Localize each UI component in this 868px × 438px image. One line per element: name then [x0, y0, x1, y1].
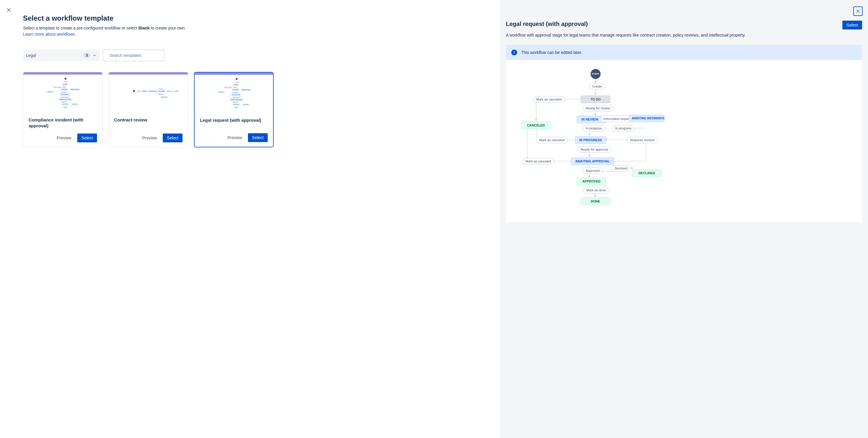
template-card-compliance: Create TO DO Mark canceled Ready AWAITIN… [23, 72, 102, 148]
select-button[interactable]: Select [163, 133, 183, 143]
flow-state-canceled: CANCELED [521, 121, 551, 129]
preview-button[interactable]: Preview [54, 133, 74, 143]
close-icon [6, 7, 11, 13]
flow-transition-mark-done: Mark as done [583, 187, 610, 193]
flow-start: START [591, 69, 600, 79]
template-card-contract: Create TO DO IN PROGRESS Revision IN REV… [108, 72, 188, 148]
info-banner: i This workflow can be edited later. [506, 45, 862, 60]
select-button[interactable]: Select [77, 133, 97, 143]
template-card-legal-request: Create TO DO Mark canceled Ready AWAITIN… [194, 72, 274, 148]
left-panel: Select a workflow template Select a temp… [0, 0, 500, 438]
flow-transition-mark-canceled-3: Mark as canceled [522, 158, 554, 164]
flow-transition-ready-approval: Ready for approval [577, 146, 611, 153]
flow-state-todo: TO DO [581, 95, 610, 103]
card-preview: Create TO DO IN PROGRESS Revision IN REV… [109, 74, 188, 113]
page-title: Select a workflow template [23, 14, 477, 22]
detail-description: A workflow with approval stage for legal… [506, 32, 834, 38]
detail-header: Legal request (with approval) Select [506, 21, 862, 29]
select-button[interactable]: Select [248, 133, 268, 142]
card-accent [23, 72, 102, 74]
detail-title: Legal request (with approval) [506, 21, 588, 27]
flow-transition-in-progress-1: In progress [583, 125, 605, 131]
flow-state-declined: DECLINED [632, 169, 662, 177]
filter-count: 3 [84, 53, 90, 58]
flow-transition-create: Create [589, 83, 605, 90]
right-panel: Legal request (with approval) Select A w… [500, 0, 868, 438]
filter-label: Legal [26, 53, 36, 58]
flow-state-in-progress: IN PROGRESS [575, 136, 606, 144]
card-title: Legal request (with approval) [200, 117, 268, 123]
flow-transition-mark-canceled-2: Mark as canceled [536, 137, 568, 143]
close-button[interactable] [4, 5, 13, 15]
filter-controls: Legal 3 [23, 50, 477, 61]
flow-state-done: DONE [581, 197, 610, 205]
preview-button[interactable]: Preview [139, 133, 160, 143]
search-box[interactable] [102, 50, 164, 61]
card-accent [109, 72, 188, 74]
page-subtitle: Select a template to create a pre-config… [23, 25, 477, 31]
flow-transition-mark-canceled-1: Mark as canceled [533, 96, 565, 102]
close-detail-button[interactable] [853, 6, 863, 16]
chevron-down-icon [93, 53, 97, 58]
card-title: Compliance incident (with approval) [29, 117, 97, 129]
flow-transition-ready-review: Ready for review [583, 105, 614, 112]
card-preview: Create TO DO Mark canceled Ready AWAITIN… [195, 75, 273, 113]
info-text: This workflow can be edited later. [521, 50, 582, 55]
learn-more-link[interactable]: Learn more about workflows [23, 32, 75, 36]
workflow-diagram: START Create TO DO Mark as canceled Read… [512, 69, 856, 213]
close-icon [856, 9, 860, 13]
detail-card: i This workflow can be edited later. STA… [506, 45, 862, 222]
category-filter[interactable]: Legal 3 [23, 50, 100, 61]
flow-transition-requires-revision: Requires revision [627, 137, 658, 143]
svg-point-0 [106, 55, 107, 56]
detail-select-button[interactable]: Select [842, 21, 862, 29]
card-title: Contract review [114, 117, 183, 123]
info-icon: i [511, 50, 517, 55]
flow-transition-approved: Approved [583, 167, 603, 174]
card-accent [195, 72, 273, 75]
flow-state-awaiting-info: AWAITING INFORMATION [629, 115, 664, 122]
template-cards: Create TO DO Mark canceled Ready AWAITIN… [23, 72, 477, 148]
flow-state-approved: APPROVED [577, 178, 606, 185]
preview-button[interactable]: Preview [224, 133, 245, 142]
search-input[interactable] [110, 53, 161, 58]
search-icon [106, 53, 107, 58]
card-preview: Create TO DO Mark canceled Ready AWAITIN… [23, 74, 102, 113]
